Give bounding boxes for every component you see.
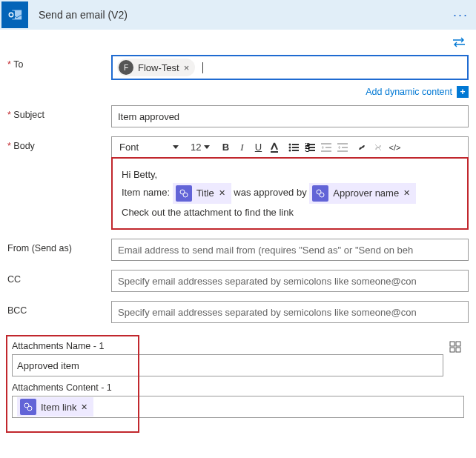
font-family-select[interactable]: Font <box>116 140 182 155</box>
recipient-name: Flow-Test <box>138 62 179 73</box>
svg-rect-3 <box>271 151 278 153</box>
sharepoint-icon <box>176 185 192 202</box>
svg-rect-20 <box>342 147 348 148</box>
svg-rect-1 <box>7 11 15 19</box>
svg-rect-5 <box>292 144 299 145</box>
underline-button[interactable]: U <box>251 140 265 155</box>
svg-rect-28 <box>450 348 454 352</box>
rich-text-toolbar: Font 12 B I U 123 </> <box>112 137 468 158</box>
remove-token-icon[interactable]: ✕ <box>403 186 410 201</box>
bold-button[interactable]: B <box>219 140 232 155</box>
attachments-content-label: Attachments Content - 1 <box>12 382 464 393</box>
attachments-section: Attachments Name - 1 Attachments Content… <box>7 336 469 422</box>
outdent-button[interactable] <box>320 140 333 155</box>
sharepoint-icon <box>312 185 328 202</box>
attachments-name-input[interactable] <box>12 354 443 376</box>
card-title: Send an email (V2) <box>39 9 453 21</box>
svg-point-25 <box>320 193 324 197</box>
dynamic-token-itemlink[interactable]: Item link ✕ <box>17 397 93 416</box>
remove-token-icon[interactable]: ✕ <box>219 186 225 201</box>
dynamic-token-title[interactable]: Title ✕ <box>173 183 231 203</box>
svg-rect-7 <box>292 147 299 148</box>
unlink-button[interactable] <box>371 140 385 155</box>
label-subject: Subject <box>7 105 111 120</box>
svg-rect-16 <box>321 143 331 145</box>
svg-rect-9 <box>292 150 299 151</box>
svg-point-31 <box>27 406 32 411</box>
indent-button[interactable] <box>336 140 349 155</box>
add-dynamic-content-link[interactable]: Add dynamic content <box>366 87 452 97</box>
to-input[interactable]: F Flow-Test × <box>111 55 469 80</box>
sharepoint-icon <box>20 399 36 415</box>
dynamic-content-badge-icon[interactable]: + <box>457 86 469 98</box>
cc-input[interactable] <box>111 270 469 292</box>
text-caret <box>202 62 203 73</box>
body-line: Item name: Title ✕ was approved by Appro… <box>122 183 458 203</box>
body-line: Hi Betty, <box>122 166 458 183</box>
recipient-chip[interactable]: F Flow-Test × <box>117 59 195 76</box>
label-bcc: BCC <box>7 301 111 316</box>
svg-rect-21 <box>337 150 348 152</box>
svg-point-8 <box>289 149 291 151</box>
bullet-list-button[interactable] <box>287 140 300 155</box>
link-button[interactable] <box>355 140 368 155</box>
body-line: Check out the attachment to find the lin… <box>122 204 458 221</box>
remove-chip-icon[interactable]: × <box>184 62 190 73</box>
outlook-icon <box>1 1 28 28</box>
svg-point-6 <box>289 146 291 148</box>
switch-array-icon[interactable] <box>449 341 464 355</box>
subject-input[interactable] <box>111 105 469 127</box>
svg-rect-17 <box>325 147 331 148</box>
card-header: Send an email (V2) ··· <box>0 0 476 30</box>
label-body: Body <box>7 136 111 151</box>
swap-icon[interactable] <box>0 30 476 52</box>
svg-rect-26 <box>450 342 454 346</box>
color-button[interactable] <box>268 140 281 155</box>
svg-rect-15 <box>308 150 315 151</box>
from-input[interactable] <box>111 239 469 261</box>
font-size-select[interactable]: 12 <box>188 140 213 155</box>
code-view-button[interactable]: </> <box>388 140 401 155</box>
attachments-content-input[interactable]: Item link ✕ <box>12 396 464 418</box>
avatar: F <box>119 60 133 75</box>
label-from: From (Send as) <box>7 239 111 253</box>
attachments-name-label: Attachments Name - 1 <box>12 341 443 351</box>
svg-rect-18 <box>321 150 331 152</box>
svg-point-23 <box>183 193 188 197</box>
more-menu-button[interactable]: ··· <box>453 7 469 23</box>
svg-rect-27 <box>456 342 460 346</box>
svg-point-4 <box>289 143 291 145</box>
svg-rect-29 <box>456 348 460 352</box>
number-list-button[interactable]: 123 <box>303 140 317 155</box>
label-to: To <box>7 55 111 70</box>
svg-rect-19 <box>337 143 348 145</box>
body-editor[interactable]: Hi Betty, Item name: Title ✕ was approve… <box>111 157 469 230</box>
dynamic-token-approver[interactable]: Approver name ✕ <box>309 183 416 203</box>
label-cc: CC <box>7 270 111 285</box>
remove-token-icon[interactable]: ✕ <box>81 402 87 412</box>
italic-button[interactable]: I <box>235 140 248 155</box>
bcc-input[interactable] <box>111 301 469 323</box>
